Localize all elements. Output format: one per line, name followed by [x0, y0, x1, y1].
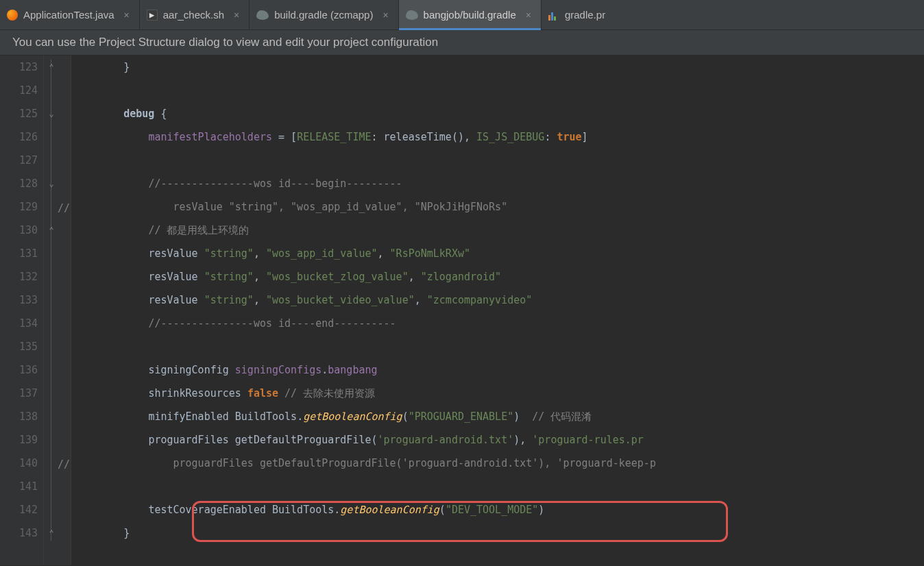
line-number: 138 [0, 405, 38, 428]
code-line[interactable]: signingConfig signingConfigs.bangbang [74, 358, 924, 382]
line-number: 123 [0, 56, 38, 79]
line-number: 137 [0, 382, 38, 405]
code-line[interactable]: shrinkResources false // 去除未使用资源 [74, 382, 924, 405]
code-line[interactable] [74, 335, 924, 358]
code-line[interactable]: } [74, 521, 924, 545]
code-line[interactable]: debug { [74, 102, 924, 125]
line-number: 126 [0, 125, 38, 149]
line-number: 135 [0, 335, 38, 358]
code-line[interactable] [74, 475, 924, 498]
tab-label: ApplicationTest.java [23, 9, 114, 21]
line-number: 130 [0, 219, 38, 242]
fold-expand-icon[interactable]: ⌄ [47, 179, 56, 188]
line-number-gutter: 123 124 125 126 127 128 129 130 131 132 … [0, 56, 44, 565]
fold-gutter: ⌃ ⌄ ⌄ ⌃ ⌃ // // [44, 56, 71, 565]
tab-label: build.gradle (zcmapp) [274, 9, 373, 21]
tab-build-gradle-zcmapp[interactable]: build.gradle (zcmapp) × [250, 0, 398, 29]
line-number: 128 [0, 172, 38, 195]
fold-expand-icon[interactable]: ⌄ [47, 109, 56, 119]
shell-file-icon: ▶ [147, 10, 158, 21]
tab-label: bangjob/build.gradle [424, 9, 516, 21]
code-line[interactable]: //---------------wos id----end---------- [74, 312, 924, 335]
gradle-file-icon [406, 10, 418, 20]
line-number: 133 [0, 288, 38, 312]
code-line[interactable]: // 都是用线上环境的 [74, 219, 924, 242]
code-line[interactable]: proguardFiles getDefaultProguardFile('pr… [74, 428, 924, 452]
code-line[interactable]: //---------------wos id----begin--------… [74, 172, 924, 195]
editor-tab-bar: ApplicationTest.java × ▶ aar_check.sh × … [0, 0, 924, 30]
code-line[interactable]: testCoverageEnabled BuildTools.getBoolea… [74, 498, 924, 521]
java-file-icon [7, 10, 18, 21]
code-line[interactable]: } [74, 56, 924, 79]
line-number: 125 [0, 102, 38, 125]
code-line[interactable]: minifyEnabled BuildTools.getBooleanConfi… [74, 405, 924, 428]
code-area[interactable]: } debug { manifestPlaceholders = [RELEAS… [71, 56, 924, 565]
code-line[interactable]: resValue "string", "wos_bucket_zlog_valu… [74, 265, 924, 288]
line-number: 124 [0, 79, 38, 102]
tab-gradle-properties[interactable]: gradle.pr [542, 0, 615, 29]
project-structure-hint: You can use the Project Structure dialog… [0, 30, 924, 56]
properties-file-icon [548, 10, 559, 21]
gradle-file-icon [256, 10, 269, 20]
fold-collapse-icon[interactable]: ⌃ [47, 225, 56, 235]
close-icon[interactable]: × [526, 10, 531, 21]
line-number: 127 [0, 149, 38, 172]
code-line[interactable]: proguardFiles getDefaultProguardFile('pr… [74, 452, 924, 475]
tab-label: aar_check.sh [163, 9, 224, 21]
tab-label: gradle.pr [565, 9, 605, 21]
code-line[interactable]: resValue "string", "wos_app_id_value", "… [74, 242, 924, 265]
commented-out-marker: // [58, 458, 70, 471]
close-icon[interactable]: × [234, 10, 239, 21]
hint-text: You can use the Project Structure dialog… [12, 36, 438, 49]
code-editor[interactable]: 123 124 125 126 127 128 129 130 131 132 … [0, 56, 924, 565]
line-number: 132 [0, 265, 38, 288]
fold-collapse-icon[interactable]: ⌃ [47, 528, 56, 538]
commented-out-marker: // [58, 202, 70, 214]
close-icon[interactable]: × [382, 10, 388, 21]
line-number: 142 [0, 498, 38, 521]
line-number: 129 [0, 195, 38, 219]
code-line[interactable] [74, 79, 924, 102]
tab-bangjob-build-gradle[interactable]: bangjob/build.gradle × [399, 0, 542, 29]
line-number: 134 [0, 312, 38, 335]
tab-aar-check[interactable]: ▶ aar_check.sh × [140, 0, 250, 29]
line-number: 140 [0, 452, 38, 475]
line-number: 141 [0, 475, 38, 498]
line-number: 139 [0, 428, 38, 452]
code-line[interactable]: resValue "string", "wos_bucket_video_val… [74, 288, 924, 312]
code-line[interactable] [74, 149, 924, 172]
fold-collapse-icon[interactable]: ⌃ [47, 62, 56, 72]
tab-application-test[interactable]: ApplicationTest.java × [0, 0, 140, 29]
line-number: 136 [0, 358, 38, 382]
code-line[interactable]: manifestPlaceholders = [RELEASE_TIME: re… [74, 125, 924, 149]
line-number: 131 [0, 242, 38, 265]
line-number: 143 [0, 521, 38, 545]
close-icon[interactable]: × [124, 10, 130, 21]
code-line[interactable]: resValue "string", "wos_app_id_value", "… [74, 195, 924, 219]
